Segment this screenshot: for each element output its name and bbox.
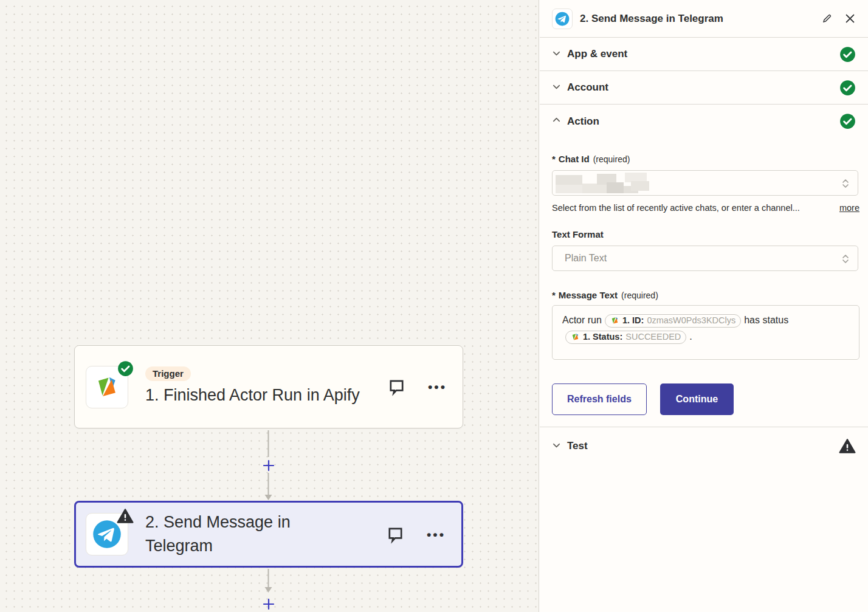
more-link[interactable]: more	[839, 203, 859, 213]
step-title: 1. Finished Actor Run in Apify	[145, 383, 386, 407]
section-app-event[interactable]: App & event	[540, 38, 868, 71]
section-test[interactable]: Test	[540, 427, 868, 465]
select-updown-icon	[841, 253, 850, 267]
chevron-down-icon	[552, 82, 561, 94]
apify-icon	[610, 316, 619, 325]
panel-header: 2. Send Message in Telegram	[540, 0, 868, 38]
step-card-trigger[interactable]: Trigger 1. Finished Actor Run in Apify •…	[74, 345, 463, 428]
text-format-label: Text Format	[552, 229, 858, 239]
add-step-button-middle[interactable]	[261, 458, 277, 473]
chevron-down-icon	[552, 49, 561, 60]
section-action[interactable]: Action	[540, 105, 868, 138]
section-account[interactable]: Account	[540, 71, 868, 105]
step-menu-icon[interactable]: •••	[427, 528, 446, 541]
edit-title-button[interactable]	[821, 12, 833, 25]
chevron-down-icon	[552, 441, 561, 452]
message-text-label: *Message Text(required)	[552, 290, 858, 300]
trigger-badge: Trigger	[145, 366, 191, 381]
apify-app-tile	[86, 366, 128, 408]
apify-icon	[94, 374, 120, 401]
redacted-value	[553, 171, 650, 194]
message-text-segment: Actor run	[562, 315, 602, 325]
success-status-icon	[839, 80, 856, 96]
warning-status-icon	[839, 438, 856, 455]
step-title: 2. Send Message in Telegram	[145, 511, 346, 558]
note-bubble-icon[interactable]	[386, 376, 407, 397]
step-menu-icon[interactable]: •••	[428, 380, 447, 393]
select-updown-icon	[841, 177, 850, 192]
telegram-icon	[554, 11, 570, 27]
text-format-value: Plain Text	[565, 253, 607, 264]
note-bubble-icon[interactable]	[385, 524, 406, 545]
panel-title: 2. Send Message in Telegram	[580, 13, 723, 25]
success-status-icon	[839, 46, 856, 63]
message-text-segment: .	[689, 331, 692, 342]
section-label: Action	[567, 115, 599, 128]
warning-badge-icon	[117, 507, 134, 527]
section-label: Account	[567, 81, 608, 94]
refresh-fields-button[interactable]: Refresh fields	[552, 383, 647, 415]
telegram-app-tile	[86, 513, 128, 555]
success-badge-icon	[117, 360, 134, 379]
section-label: App & event	[567, 48, 627, 60]
close-panel-button[interactable]	[844, 13, 856, 24]
apify-icon	[571, 332, 580, 342]
field-token-id[interactable]: 1. ID:0zmasW0Pds3KDClys	[605, 314, 741, 328]
continue-button[interactable]: Continue	[660, 383, 734, 415]
chevron-up-icon	[552, 115, 561, 127]
message-text-input[interactable]: Actor run1. ID:0zmasW0Pds3KDClyshas stat…	[552, 305, 859, 360]
section-label: Test	[567, 440, 588, 452]
text-format-select[interactable]: Plain Text	[552, 246, 858, 271]
action-form: *Chat Id(required) Select from the list …	[540, 138, 868, 415]
chat-id-label: *Chat Id(required)	[552, 154, 858, 164]
field-token-status[interactable]: 1. Status:SUCCEEDED	[565, 331, 686, 344]
message-text-segment: has status	[744, 315, 788, 325]
chat-id-help-text: Select from the list of recently active …	[552, 203, 800, 213]
telegram-app-tile-small	[552, 9, 573, 29]
workflow-canvas[interactable]: Trigger 1. Finished Actor Run in Apify •…	[0, 0, 539, 612]
add-step-button-bottom[interactable]	[261, 596, 277, 612]
chat-id-select[interactable]	[552, 170, 858, 196]
step-settings-panel: 2. Send Message in Telegram App & event	[540, 0, 868, 612]
step-card-action[interactable]: 2. Send Message in Telegram •••	[74, 501, 463, 568]
success-status-icon	[839, 113, 856, 129]
